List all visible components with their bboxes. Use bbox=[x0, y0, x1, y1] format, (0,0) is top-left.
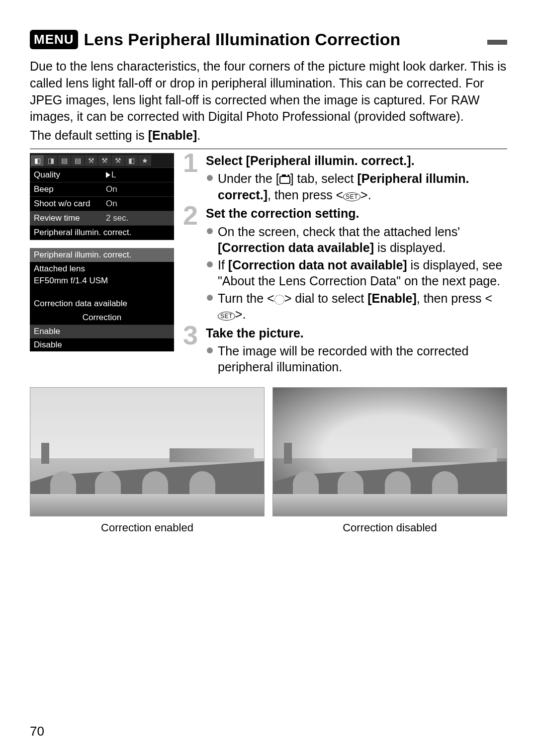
bullet-text: >. bbox=[360, 188, 371, 202]
bullet-text: >. bbox=[235, 307, 246, 321]
correction-data-status: Correction data available bbox=[30, 297, 174, 311]
menu-row-peripheral: Peripheral illumin. correct. bbox=[30, 226, 174, 240]
correction-label: Correction bbox=[30, 311, 174, 325]
menu-value: L bbox=[106, 170, 116, 180]
camera-tab-icon bbox=[279, 176, 290, 184]
page-title: Lens Peripheral Illumination Correction bbox=[84, 30, 479, 49]
option-enable: Enable bbox=[30, 325, 174, 338]
tab-icon: ⚒ bbox=[85, 155, 97, 166]
step-3: 3 Take the picture. The image will be re… bbox=[186, 326, 507, 375]
bullet-text: is displayed. bbox=[374, 241, 446, 254]
tab-icon: ⚒ bbox=[98, 155, 111, 166]
default-suffix: . bbox=[197, 128, 200, 142]
comparison-photos: Correction enabled Correction disabled bbox=[30, 387, 507, 534]
bullet-text: If bbox=[218, 258, 228, 272]
default-prefix: The default setting is bbox=[30, 128, 148, 142]
step-number: 1 bbox=[183, 149, 198, 176]
bullet-bold: [Correction data not available] bbox=[228, 258, 407, 272]
step-bullet: The image will be recorded with the corr… bbox=[206, 343, 507, 375]
menu-row-review-time: Review time 2 sec. bbox=[30, 211, 174, 226]
step-title: Select [Peripheral illumin. correct.]. bbox=[206, 153, 507, 168]
screen2-header: Peripheral illumin. correct. bbox=[30, 248, 174, 262]
menu-label: Shoot w/o card bbox=[34, 199, 106, 209]
menu-label: Peripheral illumin. correct. bbox=[34, 228, 170, 238]
page-number: 70 bbox=[30, 724, 44, 739]
menu-screen-2: Peripheral illumin. correct. Attached le… bbox=[30, 248, 174, 351]
steps-column: 1 Select [Peripheral illumin. correct.].… bbox=[186, 153, 507, 378]
default-value: [Enable] bbox=[148, 128, 197, 142]
caption-disabled: Correction disabled bbox=[272, 521, 507, 534]
menu-screen-1: ◧ ◨ ▤ ▤ ⚒ ⚒ ⚒ ◧ ★ Quality L Beep On Shoo… bbox=[30, 153, 174, 240]
caption-enabled: Correction enabled bbox=[30, 521, 265, 534]
bullet-text: On the screen, check that the attached l… bbox=[218, 225, 460, 239]
bullet-text: The image will be recorded with the corr… bbox=[218, 344, 468, 374]
set-button-icon: SET bbox=[343, 192, 360, 201]
menu-label: Quality bbox=[34, 170, 106, 180]
camera-screens: ◧ ◨ ▤ ▤ ⚒ ⚒ ⚒ ◧ ★ Quality L Beep On Shoo… bbox=[30, 153, 174, 378]
bullet-text: , then press < bbox=[417, 291, 492, 305]
menu-badge: MENU bbox=[30, 30, 78, 49]
bullet-bold: [Correction data available] bbox=[218, 241, 374, 254]
set-button-icon: SET bbox=[218, 312, 235, 321]
menu-row-quality: Quality L bbox=[30, 168, 174, 182]
step-title: Take the picture. bbox=[206, 326, 507, 341]
menu-value: On bbox=[106, 184, 117, 194]
menu-row-shoot-wo-card: Shoot w/o card On bbox=[30, 197, 174, 211]
step-number: 3 bbox=[183, 322, 198, 348]
dial-icon bbox=[274, 295, 284, 305]
photo-disabled-col: Correction disabled bbox=[272, 387, 507, 534]
menu-row-beep: Beep On bbox=[30, 182, 174, 197]
default-setting-line: The default setting is [Enable]. bbox=[30, 128, 507, 143]
bullet-text: Turn the < bbox=[218, 291, 274, 305]
step-1: 1 Select [Peripheral illumin. correct.].… bbox=[186, 153, 507, 203]
bullet-text: > dial to select bbox=[284, 291, 367, 305]
bullet-bold: [Enable] bbox=[367, 291, 417, 305]
camera-tab-icon: ◧ bbox=[31, 155, 44, 166]
photo-enabled-col: Correction enabled bbox=[30, 387, 265, 534]
bullet-text: ] tab, select bbox=[290, 171, 358, 185]
step-bullet: Under the [] tab, select [Peripheral ill… bbox=[206, 170, 507, 203]
tab-icon: ◨ bbox=[44, 155, 57, 166]
intro-paragraph: Due to the lens characteristics, the fou… bbox=[30, 58, 507, 125]
bullet-text: , then press < bbox=[268, 188, 343, 202]
step-2: 2 Set the correction setting. On the scr… bbox=[186, 206, 507, 322]
photo-disabled bbox=[272, 387, 507, 516]
menu-value: On bbox=[106, 199, 117, 209]
menu-label: Review time bbox=[34, 213, 106, 223]
tab-icon: ▤ bbox=[58, 155, 71, 166]
quality-icon bbox=[106, 172, 110, 178]
menu-value: 2 sec. bbox=[106, 213, 128, 223]
step-number: 2 bbox=[183, 202, 198, 229]
menu-label: Beep bbox=[34, 184, 106, 194]
step-bullet: If [Correction data not available] is di… bbox=[206, 257, 507, 289]
divider bbox=[30, 149, 507, 149]
option-disable: Disable bbox=[30, 338, 174, 351]
attached-lens-label: Attached lens bbox=[30, 262, 174, 276]
photo-enabled bbox=[30, 387, 265, 516]
menu-tab-strip: ◧ ◨ ▤ ▤ ⚒ ⚒ ⚒ ◧ ★ bbox=[30, 153, 174, 168]
title-row: MENU Lens Peripheral Illumination Correc… bbox=[30, 30, 507, 49]
title-decor bbox=[487, 40, 507, 45]
star-tab-icon: ★ bbox=[138, 155, 151, 166]
tab-icon: ◧ bbox=[125, 155, 138, 166]
tab-icon: ▤ bbox=[71, 155, 84, 166]
tab-icon: ⚒ bbox=[111, 155, 124, 166]
step-title: Set the correction setting. bbox=[206, 206, 507, 221]
lens-name: EF50mm f/1.4 USM bbox=[30, 276, 174, 288]
bullet-text: Under the [ bbox=[218, 171, 279, 185]
step-bullet: Turn the <> dial to select [Enable], the… bbox=[206, 290, 507, 323]
step-bullet: On the screen, check that the attached l… bbox=[206, 224, 507, 256]
